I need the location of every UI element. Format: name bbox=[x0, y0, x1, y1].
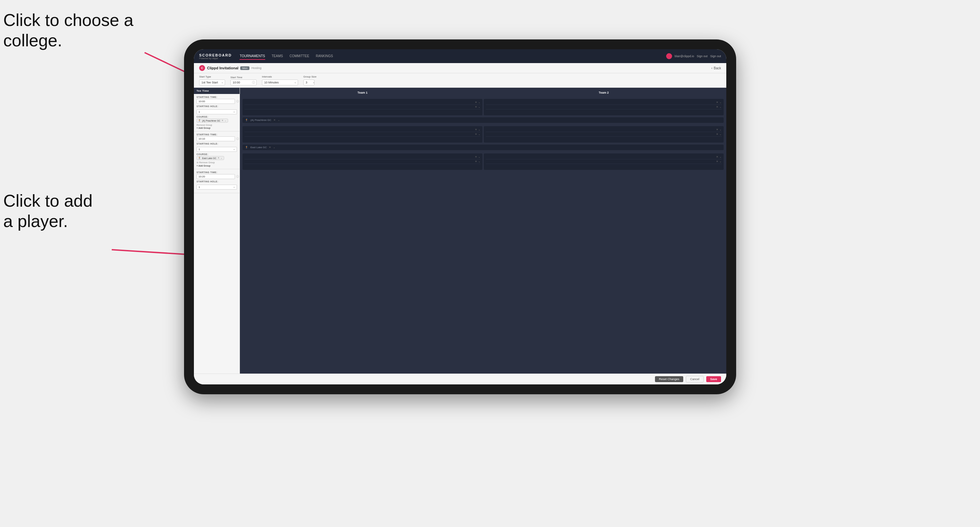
player-x-icon[interactable]: ✕ bbox=[716, 156, 718, 158]
player-x-icon[interactable]: ✕ bbox=[716, 128, 718, 131]
starting-time-input-3[interactable] bbox=[197, 174, 235, 179]
player-edit-icon[interactable]: ⌄ bbox=[719, 160, 722, 163]
remove-group-link-2[interactable]: ⊖ Remove Group bbox=[197, 161, 237, 164]
start-type-group: Start Type 1st Tee Start bbox=[199, 75, 225, 86]
nav-link-tournaments[interactable]: TOURNAMENTS bbox=[240, 53, 265, 60]
course-display-group1: 🏌 (A) Peachtree GC ✕ ⌄ bbox=[243, 117, 724, 123]
player-edit-icon[interactable]: ⌄ bbox=[478, 156, 480, 158]
course-expand-group1[interactable]: ⌄ bbox=[278, 119, 280, 122]
nav-link-rankings[interactable]: RANKINGS bbox=[316, 53, 333, 60]
player-x-icon[interactable]: ✕ bbox=[475, 156, 477, 158]
team1-group2-cell[interactable]: ✕ ⌄ ✕ ⌄ bbox=[243, 126, 482, 143]
starting-hole-select-3[interactable]: 1 bbox=[197, 185, 237, 190]
player-row: ✕ ⌄ bbox=[245, 105, 480, 110]
team1-group1-cell[interactable]: ✕ ⌄ ✕ ⌄ bbox=[243, 99, 482, 115]
nav-link-teams[interactable]: TEAMS bbox=[272, 53, 283, 60]
tablet-frame: SCOREBOARD Powered by clippd TOURNAMENTS… bbox=[184, 40, 736, 394]
group-size-select[interactable]: 3 bbox=[303, 79, 315, 86]
course-remove-icon-1[interactable]: ✕ bbox=[221, 119, 223, 122]
course-badge-2[interactable]: 🏌 East Lake GC ✕ ⌄ bbox=[197, 156, 224, 160]
team1-group3-cell[interactable]: ✕ ⌄ ✕ ⌄ bbox=[243, 154, 482, 170]
starting-hole-select-wrapper-1[interactable]: 1 bbox=[197, 108, 237, 114]
player-edit-icon[interactable]: ⌄ bbox=[719, 156, 722, 158]
player-edit-icon[interactable]: ⌄ bbox=[719, 128, 722, 131]
player-x-icon[interactable]: ✕ bbox=[716, 101, 718, 104]
player-edit-icon[interactable]: ⌄ bbox=[719, 133, 722, 136]
back-button[interactable]: ‹ Back bbox=[711, 67, 721, 70]
player-x-icon[interactable]: ✕ bbox=[716, 133, 718, 136]
player-x-icon[interactable]: ✕ bbox=[716, 105, 718, 108]
course-remove-group1[interactable]: ✕ bbox=[274, 119, 276, 122]
course-edit-icon-2[interactable]: ⌄ bbox=[221, 157, 223, 159]
player-edit-icon[interactable]: ⌄ bbox=[478, 105, 480, 108]
sign-out-link[interactable]: Sign out bbox=[697, 54, 708, 58]
starting-time-input-1[interactable] bbox=[197, 99, 235, 104]
start-time-input-wrapper: ⓘ bbox=[231, 79, 257, 86]
player-edit-icon[interactable]: ⌄ bbox=[478, 128, 480, 131]
course-row-group1: 🏌 (A) Peachtree GC ✕ ⌄ bbox=[240, 117, 726, 125]
intervals-select[interactable]: 10 Minutes bbox=[262, 79, 298, 86]
add-group-link-1[interactable]: + Add Group bbox=[197, 127, 237, 129]
group-size-group: Group Size 3 bbox=[303, 75, 317, 86]
player-actions: ✕ ⌄ bbox=[716, 105, 722, 108]
user-email: blair@clippd.io bbox=[675, 54, 694, 58]
starting-time-row-2: ⓘ bbox=[197, 137, 237, 141]
player-row: ✕ ⌄ bbox=[245, 132, 480, 137]
player-x-icon[interactable]: ✕ bbox=[475, 101, 477, 104]
course-remove-icon-2[interactable]: ✕ bbox=[218, 157, 220, 159]
player-x-icon[interactable]: ✕ bbox=[475, 160, 477, 163]
start-type-label: Start Type bbox=[199, 75, 225, 78]
starting-time-input-2[interactable] bbox=[197, 137, 235, 141]
player-edit-icon[interactable]: ⌄ bbox=[478, 133, 480, 136]
player-actions: ✕ ⌄ bbox=[475, 101, 480, 104]
annotation-2: Click to add a player. bbox=[3, 190, 93, 232]
player-x-icon[interactable]: ✕ bbox=[716, 160, 718, 163]
starting-hole-label-3: STARTING HOLE: bbox=[197, 180, 237, 183]
player-edit-icon[interactable]: ⌄ bbox=[719, 101, 722, 104]
main-content: Tee Time STARTING TIME: ⓘ STARTING HOLE:… bbox=[194, 88, 726, 373]
sub-header-left: C Clippd Invitational Men Hosting bbox=[199, 65, 261, 71]
player-x-icon[interactable]: ✕ bbox=[475, 105, 477, 108]
group-block-2: STARTING TIME: ⓘ STARTING HOLE: 1 COURS bbox=[194, 132, 240, 169]
time-icon-1: ⓘ bbox=[236, 100, 239, 103]
reset-changes-button[interactable]: Reset Changes bbox=[655, 376, 683, 382]
course-row-group2: 🏌 East Lake GC ✕ ⌄ bbox=[240, 144, 726, 152]
player-x-icon[interactable]: ✕ bbox=[475, 133, 477, 136]
course-edit-icon-1[interactable]: ⌄ bbox=[224, 119, 226, 122]
intervals-select-wrapper[interactable]: 10 Minutes bbox=[262, 79, 298, 86]
avatar bbox=[666, 53, 672, 59]
start-type-select[interactable]: 1st Tee Start bbox=[199, 79, 225, 86]
time-info-icon: ⓘ bbox=[252, 81, 255, 85]
sign-out-text[interactable]: Sign out bbox=[710, 54, 721, 58]
team2-column-header: Team 2 bbox=[484, 90, 723, 95]
player-row: ✕ ⌄ bbox=[245, 127, 480, 132]
tournament-title: Clippd Invitational bbox=[207, 66, 238, 70]
nav-link-committee[interactable]: COMMITTEE bbox=[290, 53, 309, 60]
course-expand-group2[interactable]: ⌄ bbox=[273, 146, 275, 149]
player-actions: ✕ ⌄ bbox=[716, 101, 722, 104]
course-badge-1[interactable]: 🏌 (A) Peachtree GC ✕ ⌄ bbox=[197, 119, 228, 122]
start-type-select-wrapper[interactable]: 1st Tee Start bbox=[199, 79, 225, 86]
save-button[interactable]: Save bbox=[706, 376, 721, 382]
player-edit-icon[interactable]: ⌄ bbox=[478, 101, 480, 104]
player-edit-icon[interactable]: ⌄ bbox=[719, 105, 722, 108]
team2-group2-cell[interactable]: ✕ ⌄ ✕ ⌄ bbox=[484, 126, 724, 143]
starting-hole-select-2[interactable]: 1 bbox=[197, 147, 237, 152]
time-icon-2: ⓘ bbox=[236, 137, 239, 141]
player-x-icon[interactable]: ✕ bbox=[475, 128, 477, 131]
starting-hole-select-wrapper-3[interactable]: 1 bbox=[197, 183, 237, 190]
starting-hole-select-1[interactable]: 1 bbox=[197, 110, 237, 114]
course-name-group1: (A) Peachtree GC bbox=[250, 119, 272, 122]
group-size-select-wrapper[interactable]: 3 bbox=[303, 79, 317, 86]
team2-group3-cell[interactable]: ✕ ⌄ ✕ ⌄ bbox=[484, 154, 724, 170]
course-remove-group2[interactable]: ✕ bbox=[269, 146, 271, 149]
row-group-2: ✕ ⌄ ✕ ⌄ bbox=[240, 125, 726, 144]
cancel-button[interactable]: Cancel bbox=[686, 376, 704, 383]
row-group-3: ✕ ⌄ ✕ ⌄ bbox=[240, 152, 726, 171]
player-edit-icon[interactable]: ⌄ bbox=[478, 160, 480, 163]
add-group-link-2[interactable]: + Add Group bbox=[197, 165, 237, 167]
remove-group-link-1[interactable]: Remove Group bbox=[197, 124, 237, 126]
team2-group1-cell[interactable]: ✕ ⌄ ✕ ⌄ bbox=[484, 99, 724, 115]
starting-hole-select-wrapper-2[interactable]: 1 bbox=[197, 146, 237, 152]
starting-time-row-3: ⓘ bbox=[197, 174, 237, 179]
